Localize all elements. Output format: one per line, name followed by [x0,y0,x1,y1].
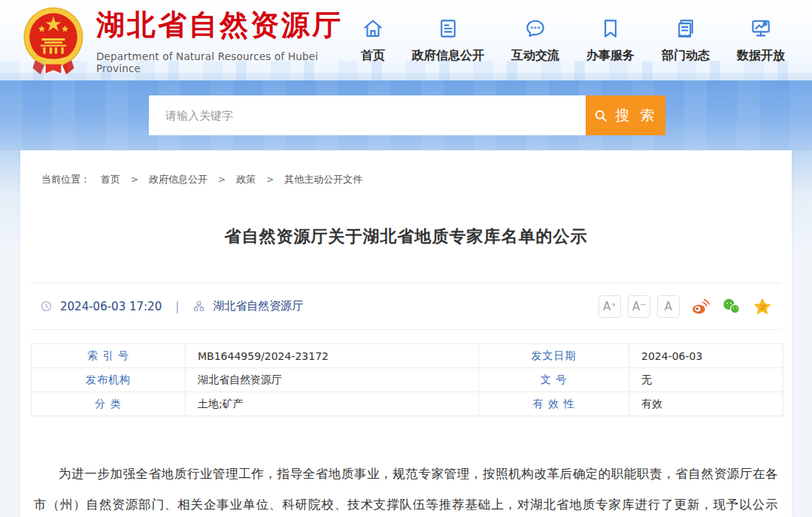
meta-label-publisher: 发布机构 [32,368,186,392]
search-band: 搜 索 [0,80,812,150]
search-button-label: 搜 索 [615,106,657,125]
meta-value-category: 土地;矿产 [186,392,479,416]
search-box: 搜 索 [149,95,665,135]
organization-icon [192,300,205,313]
meta-value-issue-date: 2024-06-03 [629,344,783,368]
nav-item-department-news[interactable]: 部门动态 [662,17,710,64]
breadcrumb-item-other-docs[interactable]: 其他主动公开文件 [284,173,362,186]
meta-value-publisher: 湖北省自然资源厅 [186,368,479,392]
meta-separator: | [175,300,179,313]
breadcrumb-item-home[interactable]: 首页 [101,173,120,186]
table-row: 索 引 号 MB1644959/2024-23172 发文日期 2024-06-… [32,344,783,368]
weibo-share-icon[interactable] [691,297,710,316]
article-tools: A⁺ A⁻ A [598,295,772,318]
breadcrumb-separator: > [266,174,274,185]
meta-value-doc-number: 无 [629,368,783,392]
breadcrumb-item-policy[interactable]: 政策 [236,173,256,186]
table-row: 分 类 土地;矿产 有 效 性 有效 [32,392,783,416]
breadcrumb-separator: > [218,174,226,185]
search-input[interactable] [149,95,586,135]
site-title-english: Department of Natural Resources of Hubei… [96,50,361,74]
nav-item-interaction[interactable]: 互动交流 [511,17,559,64]
breadcrumb-item-gov-info[interactable]: 政府信息公开 [149,173,208,186]
meta-label-validity: 有 效 性 [479,392,629,416]
clock-icon [40,300,53,313]
meta-label-index-number: 索 引 号 [32,344,186,368]
document-meta-table: 索 引 号 MB1644959/2024-23172 发文日期 2024-06-… [31,343,783,416]
site-header: 湖北省自然资源厅 Department of Natural Resources… [0,0,812,80]
home-icon [362,17,384,40]
article-body: 为进一步加强全省地质行业管理工作，指导全省地质事业，规范专家管理，按照机构改革后… [34,458,778,517]
national-emblem-logo [21,6,86,75]
data-screen-icon [750,17,772,40]
document-icon [437,17,459,40]
publish-time: 2024-06-03 17:20 [60,300,162,313]
article-meta: 2024-06-03 17:20 | 湖北省自然资源厅 [40,299,303,313]
meta-label-issue-date: 发文日期 [479,344,629,368]
article-card: 当前位置： 首页 > 政府信息公开 > 政策 > 其他主动公开文件 省自然资源厅… [20,150,792,517]
breadcrumb-label: 当前位置： [41,173,90,186]
search-button[interactable]: 搜 索 [586,95,665,135]
brand-text: 湖北省自然资源厅 Department of Natural Resources… [96,6,361,74]
wechat-share-icon[interactable] [722,297,741,316]
chat-icon [524,17,547,40]
meta-label-doc-number: 文 号 [479,368,629,392]
site-title: 湖北省自然资源厅 [96,6,361,44]
meta-value-index-number: MB1644959/2024-23172 [186,344,479,368]
qzone-share-icon[interactable] [753,297,772,316]
breadcrumb-separator: > [131,174,138,185]
article-meta-row: 2024-06-03 17:20 | 湖北省自然资源厅 A⁺ A⁻ A [31,283,781,330]
article-title: 省自然资源厅关于湖北省地质专家库名单的公示 [31,225,781,248]
nav-item-home[interactable]: 首页 [361,17,385,64]
bookmark-icon [599,17,622,40]
font-reset-button[interactable]: A [657,295,680,318]
nav-item-gov-info[interactable]: 政府信息公开 [412,17,484,64]
search-icon [593,108,608,123]
meta-value-validity: 有效 [629,392,783,416]
nav-item-open-data[interactable]: 数据开放 [737,17,785,64]
table-row: 发布机构 湖北省自然资源厅 文 号 无 [32,368,783,392]
news-icon [674,17,697,40]
main-nav: 首页 政府信息公开 互动交流 办事服务 部门动态 [361,17,785,64]
nav-item-services[interactable]: 办事服务 [586,17,635,64]
meta-label-category: 分 类 [32,392,186,416]
breadcrumb: 当前位置： 首页 > 政府信息公开 > 政策 > 其他主动公开文件 [31,150,781,186]
article-source[interactable]: 湖北省自然资源厅 [213,299,303,313]
font-increase-button[interactable]: A⁺ [598,295,621,318]
font-decrease-button[interactable]: A⁻ [628,295,650,318]
page-background: 当前位置： 首页 > 政府信息公开 > 政策 > 其他主动公开文件 省自然资源厅… [0,150,812,517]
